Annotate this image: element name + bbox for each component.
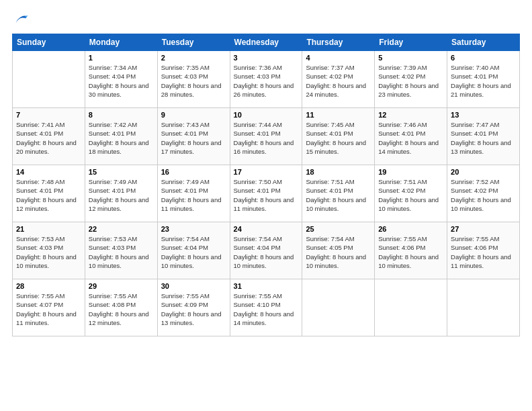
calendar-cell: 10Sunrise: 7:44 AMSunset: 4:01 PMDayligh… [230, 108, 302, 165]
day-number: 4 [306, 54, 371, 62]
day-number: 18 [306, 168, 371, 176]
day-info: Sunrise: 7:40 AMSunset: 4:01 PMDaylight:… [451, 63, 516, 99]
calendar-cell: 14Sunrise: 7:48 AMSunset: 4:01 PMDayligh… [13, 165, 85, 222]
day-info: Sunrise: 7:42 AMSunset: 4:01 PMDaylight:… [89, 120, 154, 156]
day-number: 30 [161, 282, 226, 290]
day-info: Sunrise: 7:39 AMSunset: 4:02 PMDaylight:… [378, 63, 443, 99]
calendar-table: SundayMondayTuesdayWednesdayThursdayFrid… [12, 34, 520, 336]
day-number: 24 [234, 225, 299, 233]
calendar-header-row: SundayMondayTuesdayWednesdayThursdayFrid… [13, 34, 520, 51]
weekday-header-friday: Friday [375, 34, 447, 51]
weekday-header-monday: Monday [85, 34, 157, 51]
calendar-cell: 18Sunrise: 7:51 AMSunset: 4:01 PMDayligh… [302, 165, 375, 222]
calendar-cell: 20Sunrise: 7:52 AMSunset: 4:02 PMDayligh… [447, 165, 520, 222]
calendar-week-2: 7Sunrise: 7:41 AMSunset: 4:01 PMDaylight… [13, 108, 520, 165]
calendar-cell: 26Sunrise: 7:55 AMSunset: 4:06 PMDayligh… [375, 222, 447, 279]
day-number: 8 [89, 111, 154, 119]
calendar-cell: 27Sunrise: 7:55 AMSunset: 4:06 PMDayligh… [447, 222, 520, 279]
calendar-cell: 25Sunrise: 7:54 AMSunset: 4:05 PMDayligh… [302, 222, 375, 279]
day-info: Sunrise: 7:43 AMSunset: 4:01 PMDaylight:… [161, 120, 226, 156]
day-number: 22 [89, 225, 154, 233]
day-info: Sunrise: 7:53 AMSunset: 4:03 PMDaylight:… [89, 234, 154, 270]
weekday-header-tuesday: Tuesday [157, 34, 230, 51]
day-info: Sunrise: 7:47 AMSunset: 4:01 PMDaylight:… [451, 120, 516, 156]
day-number: 23 [161, 225, 226, 233]
calendar-cell: 19Sunrise: 7:51 AMSunset: 4:02 PMDayligh… [375, 165, 447, 222]
day-info: Sunrise: 7:55 AMSunset: 4:08 PMDaylight:… [89, 291, 154, 327]
day-info: Sunrise: 7:55 AMSunset: 4:09 PMDaylight:… [161, 291, 226, 327]
day-info: Sunrise: 7:54 AMSunset: 4:04 PMDaylight:… [161, 234, 226, 270]
day-info: Sunrise: 7:41 AMSunset: 4:01 PMDaylight:… [16, 120, 81, 156]
day-number: 13 [451, 111, 516, 119]
day-info: Sunrise: 7:49 AMSunset: 4:01 PMDaylight:… [161, 177, 226, 213]
calendar-cell: 8Sunrise: 7:42 AMSunset: 4:01 PMDaylight… [85, 108, 157, 165]
calendar-cell: 1Sunrise: 7:34 AMSunset: 4:04 PMDaylight… [85, 51, 157, 108]
calendar-cell: 16Sunrise: 7:49 AMSunset: 4:01 PMDayligh… [157, 165, 230, 222]
day-info: Sunrise: 7:36 AMSunset: 4:03 PMDaylight:… [234, 63, 299, 99]
calendar-cell: 17Sunrise: 7:50 AMSunset: 4:01 PMDayligh… [230, 165, 302, 222]
day-info: Sunrise: 7:55 AMSunset: 4:10 PMDaylight:… [234, 291, 299, 327]
day-info: Sunrise: 7:51 AMSunset: 4:01 PMDaylight:… [306, 177, 371, 213]
calendar-cell: 24Sunrise: 7:54 AMSunset: 4:04 PMDayligh… [230, 222, 302, 279]
day-info: Sunrise: 7:44 AMSunset: 4:01 PMDaylight:… [234, 120, 299, 156]
day-info: Sunrise: 7:34 AMSunset: 4:04 PMDaylight:… [89, 63, 154, 99]
day-info: Sunrise: 7:55 AMSunset: 4:06 PMDaylight:… [451, 234, 516, 270]
calendar-cell: 12Sunrise: 7:46 AMSunset: 4:01 PMDayligh… [375, 108, 447, 165]
day-info: Sunrise: 7:50 AMSunset: 4:01 PMDaylight:… [234, 177, 299, 213]
weekday-header-thursday: Thursday [302, 34, 375, 51]
day-info: Sunrise: 7:52 AMSunset: 4:02 PMDaylight:… [451, 177, 516, 213]
page: SundayMondayTuesdayWednesdayThursdayFrid… [0, 0, 532, 411]
day-info: Sunrise: 7:54 AMSunset: 4:05 PMDaylight:… [306, 234, 371, 270]
day-info: Sunrise: 7:54 AMSunset: 4:04 PMDaylight:… [234, 234, 299, 270]
weekday-header-sunday: Sunday [13, 34, 85, 51]
day-number: 29 [89, 282, 154, 290]
day-number: 6 [451, 54, 516, 62]
calendar-cell: 22Sunrise: 7:53 AMSunset: 4:03 PMDayligh… [85, 222, 157, 279]
calendar-cell: 3Sunrise: 7:36 AMSunset: 4:03 PMDaylight… [230, 51, 302, 108]
calendar-cell: 28Sunrise: 7:55 AMSunset: 4:07 PMDayligh… [13, 279, 85, 336]
calendar-cell: 30Sunrise: 7:55 AMSunset: 4:09 PMDayligh… [157, 279, 230, 336]
day-info: Sunrise: 7:48 AMSunset: 4:01 PMDaylight:… [16, 177, 81, 213]
day-number: 14 [16, 168, 81, 176]
day-number: 19 [378, 168, 443, 176]
calendar-cell [375, 279, 447, 336]
day-info: Sunrise: 7:45 AMSunset: 4:01 PMDaylight:… [306, 120, 371, 156]
calendar-cell: 4Sunrise: 7:37 AMSunset: 4:02 PMDaylight… [302, 51, 375, 108]
day-number: 26 [378, 225, 443, 233]
day-number: 9 [161, 111, 226, 119]
day-info: Sunrise: 7:55 AMSunset: 4:06 PMDaylight:… [378, 234, 443, 270]
calendar-cell [447, 279, 520, 336]
header [12, 12, 520, 27]
day-number: 25 [306, 225, 371, 233]
day-number: 5 [378, 54, 443, 62]
logo-bird-icon [13, 12, 28, 27]
day-number: 15 [89, 168, 154, 176]
calendar-cell [13, 51, 85, 108]
day-info: Sunrise: 7:35 AMSunset: 4:03 PMDaylight:… [161, 63, 226, 99]
weekday-header-saturday: Saturday [447, 34, 520, 51]
day-number: 12 [378, 111, 443, 119]
day-info: Sunrise: 7:46 AMSunset: 4:01 PMDaylight:… [378, 120, 443, 156]
calendar-cell: 21Sunrise: 7:53 AMSunset: 4:03 PMDayligh… [13, 222, 85, 279]
calendar-cell: 9Sunrise: 7:43 AMSunset: 4:01 PMDaylight… [157, 108, 230, 165]
calendar-week-1: 1Sunrise: 7:34 AMSunset: 4:04 PMDaylight… [13, 51, 520, 108]
day-number: 3 [234, 54, 299, 62]
calendar-cell [302, 279, 375, 336]
day-number: 11 [306, 111, 371, 119]
day-number: 21 [16, 225, 81, 233]
calendar-week-4: 21Sunrise: 7:53 AMSunset: 4:03 PMDayligh… [13, 222, 520, 279]
day-number: 31 [234, 282, 299, 290]
calendar-cell: 5Sunrise: 7:39 AMSunset: 4:02 PMDaylight… [375, 51, 447, 108]
calendar-week-5: 28Sunrise: 7:55 AMSunset: 4:07 PMDayligh… [13, 279, 520, 336]
calendar-cell: 15Sunrise: 7:49 AMSunset: 4:01 PMDayligh… [85, 165, 157, 222]
calendar-cell: 11Sunrise: 7:45 AMSunset: 4:01 PMDayligh… [302, 108, 375, 165]
calendar-cell: 31Sunrise: 7:55 AMSunset: 4:10 PMDayligh… [230, 279, 302, 336]
calendar-cell: 23Sunrise: 7:54 AMSunset: 4:04 PMDayligh… [157, 222, 230, 279]
day-info: Sunrise: 7:49 AMSunset: 4:01 PMDaylight:… [89, 177, 154, 213]
day-number: 1 [89, 54, 154, 62]
calendar-cell: 13Sunrise: 7:47 AMSunset: 4:01 PMDayligh… [447, 108, 520, 165]
day-number: 27 [451, 225, 516, 233]
calendar-cell: 6Sunrise: 7:40 AMSunset: 4:01 PMDaylight… [447, 51, 520, 108]
calendar-cell: 7Sunrise: 7:41 AMSunset: 4:01 PMDaylight… [13, 108, 85, 165]
day-info: Sunrise: 7:37 AMSunset: 4:02 PMDaylight:… [306, 63, 371, 99]
